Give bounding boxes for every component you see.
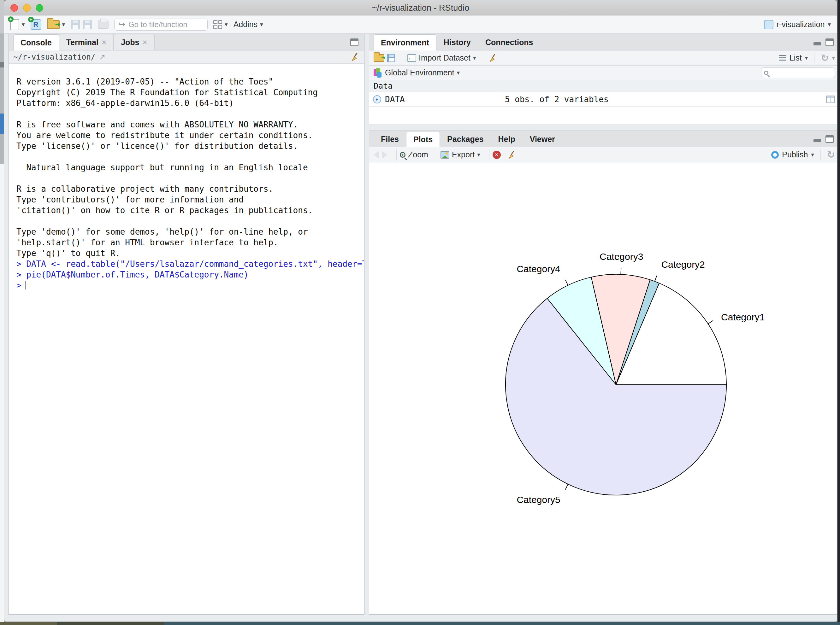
environment-search-box[interactable] bbox=[761, 67, 835, 78]
save-icon bbox=[71, 20, 80, 30]
close-jobs-tab-icon[interactable]: × bbox=[143, 35, 147, 50]
list-view-icon bbox=[779, 54, 786, 62]
command-text: pie(DATA$Number.of.Times, DATA$Category.… bbox=[26, 270, 248, 279]
save-workspace-icon[interactable] bbox=[387, 54, 395, 62]
background-window-sliver-left bbox=[0, 0, 4, 625]
pie-label-category4: Category4 bbox=[517, 264, 560, 274]
expand-object-icon[interactable]: ▶ bbox=[373, 95, 381, 103]
tab-packages[interactable]: Packages bbox=[440, 131, 491, 147]
project-menu-caret[interactable]: ▾ bbox=[828, 22, 831, 28]
prompt-symbol: > bbox=[16, 270, 22, 279]
load-workspace-icon[interactable]: ➜ bbox=[374, 54, 384, 62]
console-output-area[interactable]: R version 3.6.1 (2019-07-05) -- "Action … bbox=[9, 64, 364, 614]
refresh-plot-icon[interactable]: ↻ bbox=[827, 149, 835, 160]
clear-console-broom-icon[interactable] bbox=[350, 52, 360, 62]
next-plot-icon bbox=[382, 151, 388, 159]
background-segment bbox=[0, 164, 4, 625]
tab-files[interactable]: Files bbox=[374, 131, 406, 147]
title-bar[interactable]: ~/r-visualization - RStudio bbox=[4, 0, 837, 16]
open-recent-dropdown-caret[interactable]: ▾ bbox=[62, 22, 65, 28]
console-prompt-line[interactable]: > bbox=[9, 280, 364, 291]
plot-display-area: Category1Category2Category3Category4Cate… bbox=[369, 162, 837, 614]
working-directory: ~/r-visualization/ bbox=[13, 53, 95, 62]
global-environment-selector[interactable]: Global Environment bbox=[385, 68, 454, 77]
refresh-caret[interactable]: ▾ bbox=[832, 55, 835, 61]
publish-button[interactable]: Publish bbox=[782, 150, 808, 159]
view-data-grid-icon[interactable] bbox=[826, 96, 835, 103]
clear-environment-broom-icon[interactable] bbox=[488, 54, 497, 62]
publish-icon bbox=[771, 151, 779, 159]
project-menu-button[interactable]: r-visualization bbox=[776, 20, 825, 29]
new-file-dropdown-caret[interactable]: ▾ bbox=[22, 22, 25, 28]
tab-files-label: Files bbox=[381, 132, 399, 147]
prompt-symbol: > bbox=[16, 281, 22, 290]
console-path-bar: ~/r-visualization/ ↗ bbox=[9, 50, 364, 64]
tab-environment[interactable]: Environment bbox=[374, 34, 436, 50]
console-startup-text: R version 3.6.1 (2019-07-05) -- "Action … bbox=[9, 64, 364, 258]
tab-history[interactable]: History bbox=[436, 34, 478, 50]
minimize-environment-pane-icon[interactable] bbox=[814, 42, 821, 45]
import-dataset-button[interactable]: Import Dataset bbox=[419, 53, 471, 62]
environment-section-header: Data bbox=[369, 80, 837, 92]
go-to-file-input[interactable] bbox=[128, 20, 204, 29]
maximize-console-pane-icon[interactable] bbox=[350, 39, 358, 46]
maximize-environment-pane-icon[interactable] bbox=[826, 39, 834, 46]
open-file-icon[interactable]: ➜ bbox=[47, 20, 60, 29]
global-environment-icon bbox=[374, 68, 382, 78]
global-environment-caret[interactable]: ▾ bbox=[457, 70, 460, 76]
plots-toolbar: + Zoom Export ▾ ✕ Publish ▾ ↻ bbox=[369, 147, 837, 162]
minimize-plots-pane-icon[interactable] bbox=[814, 139, 821, 142]
remove-plot-icon[interactable]: ✕ bbox=[492, 151, 501, 159]
environment-tabstrip: Environment History Connections bbox=[369, 34, 837, 50]
plots-tabstrip: Files Plots Packages Help Viewer bbox=[369, 131, 837, 147]
background-segment bbox=[0, 0, 4, 33]
list-view-caret[interactable]: ▾ bbox=[805, 55, 808, 61]
refresh-environment-icon[interactable]: ↻ bbox=[821, 52, 829, 64]
list-view-button[interactable]: List bbox=[790, 53, 802, 62]
maximize-plots-pane-icon[interactable] bbox=[826, 135, 834, 143]
tab-plots[interactable]: Plots bbox=[406, 131, 440, 147]
tab-connections[interactable]: Connections bbox=[478, 34, 540, 50]
tab-console-label: Console bbox=[20, 35, 52, 50]
search-icon bbox=[764, 71, 768, 75]
console-command-line: > DATA <- read.table("/Users/lsalazar/co… bbox=[9, 258, 364, 269]
pie-label-tick bbox=[655, 275, 657, 281]
pie-label-category5: Category5 bbox=[517, 494, 560, 505]
environment-object-row[interactable]: ▶ DATA 5 obs. of 2 variables bbox=[369, 92, 837, 107]
addins-button[interactable]: Addins bbox=[234, 20, 257, 29]
environment-search-input[interactable] bbox=[770, 69, 832, 77]
tab-console[interactable]: Console bbox=[13, 34, 59, 50]
import-dataset-caret[interactable]: ▾ bbox=[473, 55, 476, 61]
zoom-plot-button[interactable]: Zoom bbox=[408, 150, 428, 159]
pane-layout-icon[interactable] bbox=[214, 20, 222, 29]
object-name: DATA bbox=[385, 95, 405, 104]
zoom-window-button[interactable] bbox=[36, 4, 43, 12]
open-directory-arrow-icon[interactable]: ↗ bbox=[99, 53, 105, 62]
new-project-icon[interactable]: R+ bbox=[31, 19, 41, 30]
addins-caret[interactable]: ▾ bbox=[260, 22, 263, 28]
close-window-button[interactable] bbox=[11, 4, 18, 12]
tab-terminal[interactable]: Terminal × bbox=[59, 34, 114, 50]
export-plot-caret[interactable]: ▾ bbox=[477, 152, 480, 158]
tab-terminal-label: Terminal bbox=[66, 35, 98, 50]
pane-layout-caret[interactable]: ▾ bbox=[225, 22, 228, 28]
minimize-window-button[interactable] bbox=[23, 4, 31, 12]
publish-caret[interactable]: ▾ bbox=[811, 152, 814, 158]
close-terminal-tab-icon[interactable]: × bbox=[101, 35, 106, 50]
tab-viewer[interactable]: Viewer bbox=[522, 131, 562, 147]
pie-label-tick bbox=[708, 320, 713, 324]
prompt-symbol: > bbox=[16, 259, 22, 269]
go-to-file-box[interactable]: ↪ bbox=[114, 19, 207, 31]
rstudio-window: ~/r-visualization - RStudio + ▾ R+ ➜ ▾ ↪ bbox=[4, 0, 837, 622]
tab-connections-label: Connections bbox=[485, 35, 533, 50]
new-file-icon[interactable]: + bbox=[11, 19, 19, 30]
text-cursor bbox=[25, 281, 26, 289]
tab-help[interactable]: Help bbox=[491, 131, 522, 147]
clear-all-plots-broom-icon[interactable] bbox=[507, 151, 516, 159]
tab-viewer-label: Viewer bbox=[530, 132, 555, 147]
tab-environment-label: Environment bbox=[381, 35, 429, 50]
pie-label-category3: Category3 bbox=[600, 251, 643, 262]
screenshot-root: { "window": { "title": "~/r-visualizatio… bbox=[0, 0, 840, 625]
export-plot-button[interactable]: Export bbox=[452, 150, 475, 159]
tab-jobs[interactable]: Jobs × bbox=[114, 34, 154, 50]
